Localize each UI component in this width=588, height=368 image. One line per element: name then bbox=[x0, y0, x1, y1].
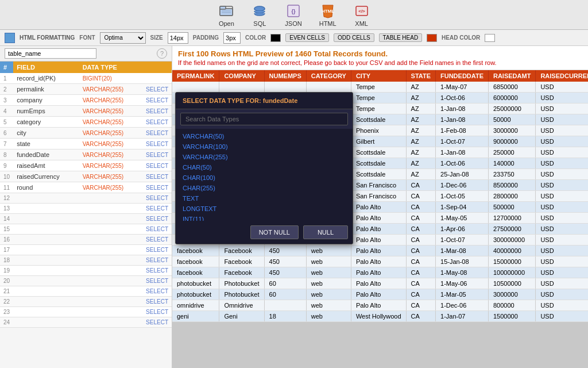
even-cells-button[interactable]: EVEN CELLS bbox=[285, 33, 329, 42]
field-type-cell: VARCHAR(255) bbox=[79, 106, 142, 117]
table-row: 10raisedCurrencyVARCHAR(255)SELECT bbox=[0, 171, 172, 182]
field-select-cell[interactable]: SELECT bbox=[142, 235, 172, 245]
dropdown-type-item[interactable]: VARCHAR(255) bbox=[176, 152, 353, 162]
field-select-cell[interactable]: SELECT bbox=[142, 276, 172, 286]
table-row: 8fundedDateVARCHAR(255)SELECT bbox=[0, 150, 172, 160]
search-datatypes-input[interactable] bbox=[180, 113, 348, 125]
dropdown-type-item[interactable]: TEXT bbox=[176, 193, 353, 204]
app-icon[interactable] bbox=[5, 33, 15, 43]
dropdown-type-item[interactable]: VARCHAR(50) bbox=[176, 131, 353, 141]
table-row: geniGeni18webWest HollywoodCA1-Jan-07150… bbox=[172, 311, 588, 322]
field-select-cell[interactable]: SELECT bbox=[142, 266, 172, 276]
second-toolbar: HTML FORMATTING FONT Optima SIZE PADDING… bbox=[0, 30, 588, 46]
html-button[interactable]: HTML HTML bbox=[319, 3, 336, 27]
table-row: TempeAZ1-May-076850000USDb bbox=[172, 82, 588, 93]
field-name-cell bbox=[13, 307, 79, 317]
field-select-cell[interactable]: SELECT bbox=[142, 297, 172, 307]
column-header: STATE bbox=[406, 70, 435, 82]
dropdown-type-item[interactable]: INT(11) bbox=[176, 214, 353, 221]
font-select[interactable]: Optima bbox=[100, 32, 146, 44]
table-row: facebookFacebook450webPalo AltoCA1-Mar-0… bbox=[172, 246, 588, 256]
field-type-cell bbox=[79, 224, 142, 235]
field-type-cell bbox=[79, 286, 142, 297]
dropdown-type-item[interactable]: CHAR(100) bbox=[176, 172, 353, 183]
field-select-cell[interactable]: SELECT bbox=[142, 128, 172, 139]
field-select-cell[interactable]: SELECT bbox=[142, 117, 172, 128]
field-select-cell[interactable]: SELECT bbox=[142, 255, 172, 266]
column-header: RAISEDAMT bbox=[488, 70, 535, 82]
field-select-cell[interactable]: SELECT bbox=[142, 182, 172, 193]
field-select-cell[interactable]: SELECT bbox=[142, 139, 172, 150]
table-name-input[interactable] bbox=[5, 48, 96, 59]
html-icon: HTML bbox=[320, 3, 336, 19]
field-type-cell: BIGINT(20) bbox=[79, 73, 142, 84]
color-picker[interactable] bbox=[270, 34, 281, 42]
field-select-cell[interactable]: SELECT bbox=[142, 193, 172, 204]
open-button[interactable]: Open bbox=[218, 3, 234, 27]
open-icon bbox=[218, 3, 234, 19]
field-select-cell[interactable]: SELECT bbox=[142, 150, 172, 160]
field-select-cell[interactable]: SELECT bbox=[142, 160, 172, 171]
field-select-cell[interactable]: SELECT bbox=[142, 95, 172, 106]
table-row: facebookFacebook450webPalo AltoCA15-Jan-… bbox=[172, 256, 588, 267]
field-name-cell: raisedCurrency bbox=[13, 171, 79, 182]
dropdown-title: SELECT DATA TYPE FOR: fundedDate bbox=[176, 93, 353, 109]
top-toolbar: Open SQL {} JSON HTML HTML bbox=[0, 0, 588, 30]
table-row: 14SELECT bbox=[0, 214, 172, 224]
field-select-cell[interactable]: SELECT bbox=[142, 171, 172, 182]
sql-button[interactable]: SQL bbox=[252, 3, 268, 27]
size-label: SIZE bbox=[150, 34, 163, 41]
field-name-cell bbox=[13, 286, 79, 297]
field-name-cell bbox=[13, 255, 79, 266]
size-input[interactable] bbox=[168, 32, 188, 44]
svg-text:</>: </> bbox=[358, 9, 365, 14]
field-select-cell[interactable] bbox=[142, 73, 172, 84]
field-select-cell[interactable]: SELECT bbox=[142, 214, 172, 224]
field-type-cell: VARCHAR(255) bbox=[79, 128, 142, 139]
field-select-cell[interactable]: SELECT bbox=[142, 307, 172, 317]
field-type-cell bbox=[79, 297, 142, 307]
left-panel-header: ? bbox=[0, 46, 172, 62]
dropdown-type-item[interactable]: CHAR(50) bbox=[176, 162, 353, 172]
column-header: CATEGORY bbox=[306, 70, 351, 82]
head-color-box[interactable] bbox=[485, 34, 495, 42]
help-icon[interactable]: ? bbox=[157, 48, 167, 59]
field-name-cell bbox=[13, 224, 79, 235]
field-select-cell[interactable]: SELECT bbox=[142, 84, 172, 95]
info-bar: First 100 Rows HTML Preview of 1460 Tota… bbox=[172, 46, 588, 70]
table-row: 11roundVARCHAR(255)SELECT bbox=[0, 182, 172, 193]
xml-button[interactable]: </> XML bbox=[354, 3, 370, 27]
table-row: 16SELECT bbox=[0, 235, 172, 245]
field-select-cell[interactable]: SELECT bbox=[142, 286, 172, 297]
dropdown-type-item[interactable]: VARCHAR(100) bbox=[176, 141, 353, 152]
field-name-cell: city bbox=[13, 128, 79, 139]
json-icon: {} bbox=[285, 3, 301, 19]
field-select-cell[interactable]: SELECT bbox=[142, 224, 172, 235]
head-color-picker[interactable] bbox=[427, 34, 437, 42]
field-name-cell: raisedAmt bbox=[13, 160, 79, 171]
field-select-cell[interactable]: SELECT bbox=[142, 245, 172, 255]
dropdown-type-item[interactable]: CHAR(255) bbox=[176, 183, 353, 193]
field-select-cell[interactable]: SELECT bbox=[142, 317, 172, 328]
column-header: RAISEDCURRENCY bbox=[536, 70, 588, 82]
field-column-header: FIELD bbox=[13, 62, 79, 73]
json-button[interactable]: {} JSON bbox=[285, 3, 301, 27]
field-type-cell: VARCHAR(255) bbox=[79, 182, 142, 193]
field-select-cell[interactable]: SELECT bbox=[142, 204, 172, 214]
field-name-cell bbox=[13, 276, 79, 286]
not-null-button[interactable]: NOT NULL bbox=[250, 225, 299, 239]
open-label: Open bbox=[219, 20, 234, 27]
field-name-cell bbox=[13, 317, 79, 328]
table-head-button[interactable]: TABLE HEAD bbox=[379, 33, 423, 42]
dropdown-type-item[interactable]: LONGTEXT bbox=[176, 204, 353, 214]
info-line2: If the field names on the grid are not c… bbox=[178, 59, 582, 66]
null-button[interactable]: NULL bbox=[303, 225, 348, 239]
odd-cells-button[interactable]: ODD CELLS bbox=[334, 33, 374, 42]
field-name-cell: numEmps bbox=[13, 106, 79, 117]
field-select-cell[interactable]: SELECT bbox=[142, 106, 172, 117]
html-formatting-label: HTML FORMATTING bbox=[20, 34, 75, 41]
table-row: facebookFacebook450webPalo AltoCA1-May-0… bbox=[172, 267, 588, 278]
table-row: 23SELECT bbox=[0, 307, 172, 317]
padding-input[interactable] bbox=[223, 32, 241, 44]
field-name-cell bbox=[13, 204, 79, 214]
